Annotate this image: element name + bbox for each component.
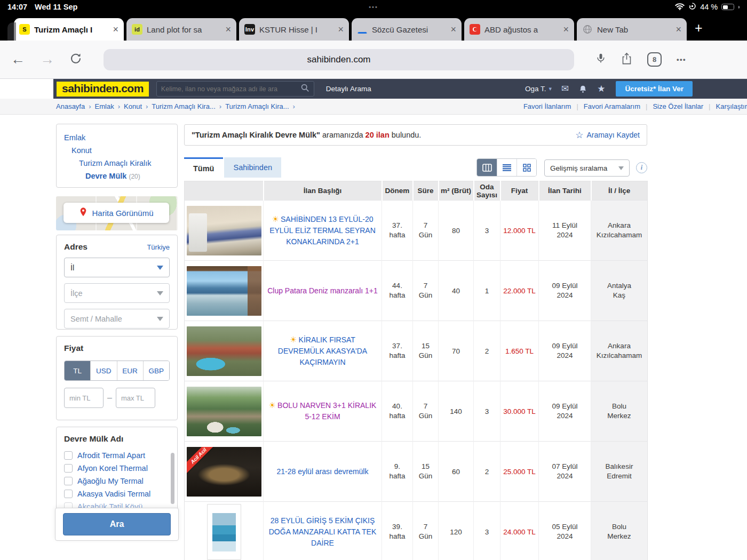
col-area[interactable]: m² (Brüt): [439, 181, 474, 201]
user-menu[interactable]: Oga T. ▾: [525, 85, 552, 93]
chevron-down-icon: [157, 291, 163, 295]
tab-sahibinden[interactable]: S Turizm Amaçlı I ×: [14, 18, 124, 41]
sort-select[interactable]: Gelişmiş sıralama: [544, 159, 630, 177]
favorite-searches-link[interactable]: Favori Aramalarım: [584, 102, 640, 110]
tab-abd-agustos[interactable]: ABD ağustos a ×: [464, 18, 574, 41]
tab-land-plot[interactable]: id Land plot for sa ×: [126, 18, 236, 41]
close-tab-icon[interactable]: ×: [222, 25, 231, 34]
search-button[interactable]: Ara: [63, 513, 171, 535]
category-turizm-kiralik[interactable]: Turizm Amaçlı Kiralık: [64, 157, 170, 170]
tab-sozcu[interactable]: Sözcü Gazetesi ×: [352, 18, 462, 41]
site-search-box[interactable]: [156, 81, 314, 97]
messages-icon[interactable]: ✉: [561, 83, 569, 94]
listing-title-link[interactable]: 28 EYLÜL GİRİŞ 5 EKİM ÇIKIŞ DOĞA MANZARA…: [269, 516, 377, 547]
new-tab-button[interactable]: +: [695, 20, 703, 36]
breadcrumb-emlak[interactable]: Emlak: [95, 102, 114, 110]
special-listings-link[interactable]: Size Özel İlanlar: [653, 102, 703, 110]
map-preview[interactable]: Harita Görünümü: [56, 196, 178, 230]
checkbox[interactable]: [64, 477, 73, 485]
listing-thumbnail[interactable]: [187, 326, 261, 376]
notifications-bell-icon[interactable]: [578, 84, 587, 94]
dictation-icon[interactable]: [595, 52, 606, 67]
more-menu-icon[interactable]: •••: [677, 55, 686, 63]
close-tab-icon[interactable]: ×: [672, 25, 681, 34]
search-icon: [300, 83, 309, 94]
listing-thumbnail[interactable]: [187, 387, 261, 436]
category-konut[interactable]: Konut: [64, 144, 170, 157]
save-search-link[interactable]: ☆ Aramayı Kaydet: [575, 130, 640, 141]
detailed-search-link[interactable]: Detaylı Arama: [326, 85, 371, 93]
tab-overview-button[interactable]: 8: [647, 52, 662, 67]
category-devre-mulk[interactable]: Devre Mülk (20): [64, 170, 170, 183]
site-logo[interactable]: sahibinden.com: [57, 82, 149, 97]
scrollbar-thumb[interactable]: [171, 453, 174, 504]
col-price[interactable]: Fiyat: [500, 181, 539, 201]
currency-eur[interactable]: EUR: [117, 361, 143, 380]
grid-view-button[interactable]: [516, 159, 536, 176]
breadcrumb-turizm-1[interactable]: Turizm Amaçlı Kira...: [152, 102, 215, 110]
province-select[interactable]: İl: [64, 258, 170, 277]
timeshare-option[interactable]: Akasya Vadisi Termal: [77, 490, 150, 498]
tab-kstur[interactable]: Inv KSTUR Hisse | I ×: [239, 18, 349, 41]
table-row[interactable]: ☀SAHİBİNDEN 13 EYLÜL-20 EYLÜL ELİZ TERMA…: [185, 201, 648, 261]
listing-title-link[interactable]: SAHİBİNDEN 13 EYLÜL-20 EYLÜL ELİZ TERMAL…: [269, 215, 376, 246]
back-button[interactable]: ←: [11, 51, 25, 68]
info-icon[interactable]: i: [636, 162, 647, 173]
neighborhood-select[interactable]: Semt / Mahalle: [64, 309, 170, 329]
checkbox[interactable]: [64, 464, 73, 473]
close-tab-icon[interactable]: ×: [109, 25, 118, 34]
listing-thumbnail[interactable]: [187, 206, 261, 255]
reload-button[interactable]: [69, 52, 82, 67]
col-date[interactable]: İlan Tarihi: [539, 181, 591, 201]
tab-all[interactable]: Tümü: [184, 157, 223, 178]
compare-link[interactable]: Karşılaştır: [716, 102, 747, 110]
currency-gbp[interactable]: GBP: [143, 361, 169, 380]
breadcrumb-home[interactable]: Anasayfa: [56, 102, 85, 110]
col-location[interactable]: İl / İlçe: [591, 181, 648, 201]
cell-period: 39.hafta: [382, 502, 413, 560]
site-search-input[interactable]: [161, 85, 300, 93]
address-bar[interactable]: sahibinden.com: [104, 49, 574, 70]
address-title: Adres: [64, 242, 88, 252]
district-select[interactable]: İlçe: [64, 283, 170, 303]
listing-title-link[interactable]: 21-28 eylül arası devremülk: [277, 467, 369, 476]
forward-button[interactable]: →: [40, 51, 54, 68]
table-view-button[interactable]: [477, 159, 497, 176]
table-row[interactable]: ☀BOLU NARVEN 3+1 KİRALIK 5-12 EKİM 40.ha…: [185, 381, 648, 442]
currency-tl[interactable]: TL: [65, 361, 90, 380]
breadcrumb-turizm-2[interactable]: Turizm Amaçlı Kira...: [225, 102, 289, 110]
close-tab-icon[interactable]: ×: [335, 25, 344, 34]
share-icon[interactable]: [621, 52, 632, 68]
price-max-input[interactable]: [116, 388, 155, 408]
favorite-listings-link[interactable]: Favori İlanlarım: [523, 102, 571, 110]
category-emlak[interactable]: Emlak: [64, 131, 170, 144]
map-view-button[interactable]: Harita Görünümü: [63, 203, 169, 223]
listing-title-link[interactable]: BOLU NARVEN 3+1 KİRALIK 5-12 EKİM: [277, 401, 376, 421]
list-view-button[interactable]: [497, 159, 516, 176]
table-row[interactable]: Acil Acil 21-28 eylül arası devremülk 9.…: [185, 442, 648, 502]
listing-thumbnail[interactable]: Acil Acil: [187, 447, 261, 497]
country-link[interactable]: Türkiye: [147, 243, 170, 251]
post-ad-button[interactable]: Ücretsiz* İlan Ver: [616, 81, 693, 97]
table-row[interactable]: ☀KİRALIK FIRSAT DEVREMÜLK AKASYA'DA KAÇI…: [185, 321, 648, 381]
favorites-star-icon[interactable]: ★: [597, 83, 605, 94]
timeshare-option[interactable]: Afrodit Termal Apart: [77, 451, 145, 460]
breadcrumb-bar: Anasayfa› Emlak› Konut› Turizm Amaçlı Ki…: [0, 99, 747, 115]
listing-thumbnail[interactable]: [207, 504, 241, 560]
checkbox[interactable]: [64, 490, 73, 498]
listing-title-link[interactable]: Clup Patara Deniz manzaralı 1+1: [267, 286, 378, 295]
currency-usd[interactable]: USD: [90, 361, 116, 380]
listing-thumbnail[interactable]: [187, 266, 261, 316]
table-row[interactable]: 28 EYLÜL GİRİŞ 5 EKİM ÇIKIŞ DOĞA MANZARA…: [185, 502, 648, 560]
tab-from-owner[interactable]: Sahibinden: [224, 157, 281, 178]
checkbox[interactable]: [64, 451, 73, 460]
timeshare-option[interactable]: Afyon Korel Thermal: [77, 464, 148, 473]
breadcrumb-konut[interactable]: Konut: [124, 102, 142, 110]
price-min-input[interactable]: [64, 388, 104, 408]
close-tab-icon[interactable]: ×: [560, 25, 569, 34]
sun-icon: ☀: [290, 335, 297, 344]
table-row[interactable]: Clup Patara Deniz manzaralı 1+1 44.hafta…: [185, 261, 648, 321]
close-tab-icon[interactable]: ×: [447, 25, 456, 34]
tab-new-tab[interactable]: New Tab ×: [577, 18, 687, 41]
timeshare-option[interactable]: Ağaoğlu My Termal: [77, 477, 144, 485]
